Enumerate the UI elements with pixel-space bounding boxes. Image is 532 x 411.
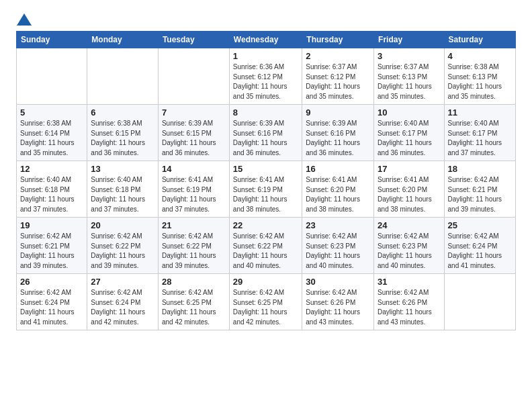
calendar-cell: 4Sunrise: 6:38 AMSunset: 6:13 PMDaylight… [444, 48, 515, 105]
day-info: Sunrise: 6:42 AMSunset: 6:21 PMDaylight:… [20, 232, 83, 271]
day-number: 12 [20, 164, 83, 174]
day-number: 21 [162, 220, 226, 230]
calendar-cell [158, 48, 229, 105]
day-info: Sunrise: 6:41 AMSunset: 6:19 PMDaylight:… [233, 175, 298, 214]
day-info: Sunrise: 6:39 AMSunset: 6:16 PMDaylight:… [306, 119, 370, 158]
day-info: Sunrise: 6:42 AMSunset: 6:25 PMDaylight:… [233, 288, 298, 327]
col-friday: Friday [374, 32, 444, 48]
day-number: 4 [448, 51, 512, 61]
day-info: Sunrise: 6:39 AMSunset: 6:16 PMDaylight:… [233, 119, 298, 158]
calendar-cell: 5Sunrise: 6:38 AMSunset: 6:14 PMDaylight… [17, 105, 87, 161]
day-info: Sunrise: 6:42 AMSunset: 6:24 PMDaylight:… [91, 288, 154, 327]
day-info: Sunrise: 6:42 AMSunset: 6:23 PMDaylight:… [306, 232, 370, 271]
calendar-cell: 28Sunrise: 6:42 AMSunset: 6:25 PMDayligh… [158, 274, 229, 330]
day-number: 1 [233, 51, 298, 61]
day-info: Sunrise: 6:36 AMSunset: 6:12 PMDaylight:… [233, 62, 298, 101]
calendar-week-row: 19Sunrise: 6:42 AMSunset: 6:21 PMDayligh… [17, 218, 516, 274]
day-number: 9 [306, 107, 370, 118]
day-number: 27 [91, 277, 154, 287]
day-number: 16 [306, 164, 370, 174]
col-thursday: Thursday [302, 32, 374, 48]
day-info: Sunrise: 6:37 AMSunset: 6:13 PMDaylight:… [378, 62, 440, 101]
day-number: 19 [20, 220, 83, 230]
day-info: Sunrise: 6:40 AMSunset: 6:18 PMDaylight:… [20, 175, 83, 214]
calendar-cell: 7Sunrise: 6:39 AMSunset: 6:15 PMDaylight… [158, 105, 229, 161]
calendar-cell [17, 48, 87, 105]
calendar-cell: 3Sunrise: 6:37 AMSunset: 6:13 PMDaylight… [374, 48, 444, 105]
day-info: Sunrise: 6:41 AMSunset: 6:20 PMDaylight:… [378, 175, 440, 214]
day-info: Sunrise: 6:38 AMSunset: 6:14 PMDaylight:… [20, 119, 83, 158]
day-info: Sunrise: 6:39 AMSunset: 6:15 PMDaylight:… [162, 119, 226, 158]
calendar-cell: 19Sunrise: 6:42 AMSunset: 6:21 PMDayligh… [17, 218, 87, 274]
calendar-cell [444, 274, 515, 330]
calendar-week-row: 26Sunrise: 6:42 AMSunset: 6:24 PMDayligh… [17, 274, 516, 330]
day-info: Sunrise: 6:42 AMSunset: 6:22 PMDaylight:… [162, 232, 226, 271]
day-info: Sunrise: 6:42 AMSunset: 6:21 PMDaylight:… [448, 175, 512, 214]
calendar-cell: 22Sunrise: 6:42 AMSunset: 6:22 PMDayligh… [229, 218, 302, 274]
calendar-cell: 20Sunrise: 6:42 AMSunset: 6:22 PMDayligh… [87, 218, 159, 274]
calendar-cell: 25Sunrise: 6:42 AMSunset: 6:24 PMDayligh… [444, 218, 515, 274]
calendar-cell: 2Sunrise: 6:37 AMSunset: 6:12 PMDaylight… [302, 48, 374, 105]
calendar-cell [87, 48, 159, 105]
calendar-week-row: 12Sunrise: 6:40 AMSunset: 6:18 PMDayligh… [17, 161, 516, 218]
day-number: 15 [233, 164, 298, 174]
calendar-cell: 14Sunrise: 6:41 AMSunset: 6:19 PMDayligh… [158, 161, 229, 218]
calendar-cell: 27Sunrise: 6:42 AMSunset: 6:24 PMDayligh… [87, 274, 159, 330]
calendar-table: Sunday Monday Tuesday Wednesday Thursday… [16, 31, 516, 330]
calendar-cell: 9Sunrise: 6:39 AMSunset: 6:16 PMDaylight… [302, 105, 374, 161]
col-saturday: Saturday [444, 32, 515, 48]
calendar-cell: 1Sunrise: 6:36 AMSunset: 6:12 PMDaylight… [229, 48, 302, 105]
calendar-cell: 24Sunrise: 6:42 AMSunset: 6:23 PMDayligh… [374, 218, 444, 274]
day-info: Sunrise: 6:42 AMSunset: 6:26 PMDaylight:… [378, 288, 440, 327]
calendar-cell: 15Sunrise: 6:41 AMSunset: 6:19 PMDayligh… [229, 161, 302, 218]
day-info: Sunrise: 6:42 AMSunset: 6:22 PMDaylight:… [233, 232, 298, 271]
calendar-cell: 12Sunrise: 6:40 AMSunset: 6:18 PMDayligh… [17, 161, 87, 218]
col-monday: Monday [87, 32, 159, 48]
calendar-cell: 13Sunrise: 6:40 AMSunset: 6:18 PMDayligh… [87, 161, 159, 218]
calendar-cell: 18Sunrise: 6:42 AMSunset: 6:21 PMDayligh… [444, 161, 515, 218]
day-info: Sunrise: 6:38 AMSunset: 6:15 PMDaylight:… [91, 119, 154, 158]
svg-marker-0 [17, 13, 32, 26]
day-number: 3 [378, 51, 440, 61]
day-number: 17 [378, 164, 440, 174]
day-info: Sunrise: 6:40 AMSunset: 6:17 PMDaylight:… [378, 119, 440, 158]
calendar-cell: 23Sunrise: 6:42 AMSunset: 6:23 PMDayligh… [302, 218, 374, 274]
page: Sunday Monday Tuesday Wednesday Thursday… [0, 0, 532, 411]
col-sunday: Sunday [17, 32, 87, 48]
day-number: 23 [306, 220, 370, 230]
calendar-cell: 21Sunrise: 6:42 AMSunset: 6:22 PMDayligh… [158, 218, 229, 274]
calendar-header-row: Sunday Monday Tuesday Wednesday Thursday… [17, 32, 516, 48]
header [16, 12, 516, 24]
day-number: 28 [162, 277, 226, 287]
day-info: Sunrise: 6:42 AMSunset: 6:23 PMDaylight:… [378, 232, 440, 271]
day-info: Sunrise: 6:42 AMSunset: 6:24 PMDaylight:… [20, 288, 83, 327]
day-info: Sunrise: 6:40 AMSunset: 6:17 PMDaylight:… [448, 119, 512, 158]
day-number: 7 [162, 107, 226, 118]
day-info: Sunrise: 6:38 AMSunset: 6:13 PMDaylight:… [448, 62, 512, 101]
calendar-cell: 31Sunrise: 6:42 AMSunset: 6:26 PMDayligh… [374, 274, 444, 330]
calendar-week-row: 5Sunrise: 6:38 AMSunset: 6:14 PMDaylight… [17, 105, 516, 161]
calendar-cell: 8Sunrise: 6:39 AMSunset: 6:16 PMDaylight… [229, 105, 302, 161]
calendar-cell: 10Sunrise: 6:40 AMSunset: 6:17 PMDayligh… [374, 105, 444, 161]
day-number: 30 [306, 277, 370, 287]
day-info: Sunrise: 6:42 AMSunset: 6:26 PMDaylight:… [306, 288, 370, 327]
col-tuesday: Tuesday [158, 32, 229, 48]
day-number: 29 [233, 277, 298, 287]
day-number: 20 [91, 220, 154, 230]
day-number: 18 [448, 164, 512, 174]
day-number: 10 [378, 107, 440, 118]
day-info: Sunrise: 6:40 AMSunset: 6:18 PMDaylight:… [91, 175, 154, 214]
day-info: Sunrise: 6:42 AMSunset: 6:25 PMDaylight:… [162, 288, 226, 327]
calendar-cell: 26Sunrise: 6:42 AMSunset: 6:24 PMDayligh… [17, 274, 87, 330]
col-wednesday: Wednesday [229, 32, 302, 48]
day-number: 14 [162, 164, 226, 174]
calendar-cell: 11Sunrise: 6:40 AMSunset: 6:17 PMDayligh… [444, 105, 515, 161]
calendar-cell: 30Sunrise: 6:42 AMSunset: 6:26 PMDayligh… [302, 274, 374, 330]
calendar-week-row: 1Sunrise: 6:36 AMSunset: 6:12 PMDaylight… [17, 48, 516, 105]
day-info: Sunrise: 6:37 AMSunset: 6:12 PMDaylight:… [306, 62, 370, 101]
day-number: 22 [233, 220, 298, 230]
calendar-cell: 16Sunrise: 6:41 AMSunset: 6:20 PMDayligh… [302, 161, 374, 218]
day-number: 6 [91, 107, 154, 118]
calendar-cell: 17Sunrise: 6:41 AMSunset: 6:20 PMDayligh… [374, 161, 444, 218]
day-info: Sunrise: 6:41 AMSunset: 6:20 PMDaylight:… [306, 175, 370, 214]
